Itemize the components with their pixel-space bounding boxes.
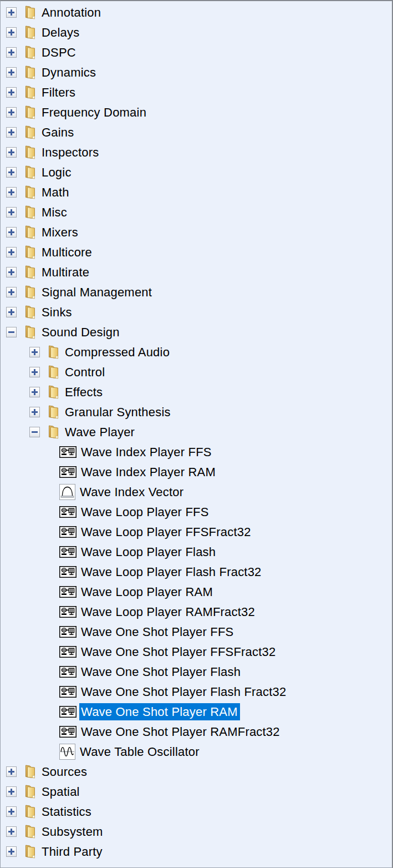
tree-item-folder[interactable]: Dynamics [1, 62, 392, 82]
folder-icon [47, 425, 59, 439]
vector-window-icon [59, 484, 75, 500]
tree-item-folder[interactable]: Wave Player [1, 422, 392, 442]
wave-player-module-icon [59, 626, 76, 638]
tree-item-folder[interactable]: Multicore [1, 242, 392, 262]
plus-box-icon[interactable] [6, 267, 17, 277]
tree-item-folder[interactable]: Signal Management [1, 282, 392, 302]
folder-icon [24, 824, 36, 839]
tree-item-folder[interactable]: Mixers [1, 222, 392, 242]
indent-spacer [1, 52, 6, 53]
plus-box-icon[interactable] [6, 127, 17, 138]
folder-icon [24, 804, 36, 819]
tree-item-label: Wave Index Player FFS [81, 443, 212, 461]
tree-item-module[interactable]: Wave One Shot Player RAMFract32 [1, 721, 392, 741]
plus-box-icon[interactable] [29, 387, 40, 397]
tree-item-folder[interactable]: Delays [1, 22, 392, 42]
plus-box-icon[interactable] [6, 207, 17, 218]
indent-spacer [1, 192, 6, 193]
tree-item-folder[interactable]: Annotation [1, 2, 392, 22]
plus-box-icon[interactable] [6, 27, 17, 38]
tree-item-module[interactable]: Wave Loop Player FFSFract32 [1, 522, 392, 542]
tree-item-folder[interactable]: Misc [1, 202, 392, 222]
plus-box-icon[interactable] [6, 67, 17, 78]
wave-player-module-icon [59, 506, 76, 518]
plus-box-icon[interactable] [6, 227, 17, 238]
indent-spacer [1, 412, 29, 412]
tree-item-module[interactable]: Wave Loop Player Flash Fract32 [1, 562, 392, 582]
plus-box-icon[interactable] [6, 846, 17, 857]
tree-item-folder[interactable]: Statistics [1, 801, 392, 821]
tree-item-label: Granular Synthesis [65, 403, 171, 421]
plus-box-icon[interactable] [6, 167, 17, 178]
tree-item-module[interactable]: Wave Loop Player FFS [1, 502, 392, 522]
plus-box-icon[interactable] [29, 367, 40, 377]
tree-item-label: Wave Loop Player FFS [81, 503, 209, 521]
tree-item-folder[interactable]: Filters [1, 82, 392, 102]
tree-item-folder[interactable]: Sound Design [1, 322, 392, 342]
plus-box-icon[interactable] [6, 307, 17, 317]
indent-spacer [1, 152, 6, 153]
wave-player-module-icon [59, 646, 76, 658]
folder-icon [24, 65, 36, 79]
tree-item-label: Wave Loop Player Flash [81, 543, 216, 561]
tree-item-folder[interactable]: Sources [1, 761, 392, 781]
indent-spacer [1, 672, 59, 672]
plus-box-icon[interactable] [6, 247, 17, 258]
tree-item-folder[interactable]: Third Party [1, 841, 392, 861]
tree-item-module[interactable]: Wave Loop Player RAM [1, 582, 392, 602]
tree-item-module[interactable]: Wave Index Vector [1, 482, 392, 502]
tree-item-folder[interactable]: Math [1, 182, 392, 202]
tree-item-module[interactable]: Wave Index Player RAM [1, 462, 392, 482]
tree-item-folder[interactable]: Gains [1, 122, 392, 142]
tree-item-module[interactable]: Wave Loop Player RAMFract32 [1, 602, 392, 622]
tree-item-label: Wave Loop Player FFSFract32 [81, 523, 251, 541]
plus-box-icon[interactable] [6, 287, 17, 297]
tree-item-folder[interactable]: Logic [1, 162, 392, 182]
tree-item-module[interactable]: Wave One Shot Player RAM [1, 702, 392, 721]
wave-player-module-icon [59, 686, 76, 698]
tree-item-label-selected: Wave One Shot Player RAM [79, 703, 240, 720]
plus-box-icon[interactable] [6, 87, 17, 98]
plus-box-icon[interactable] [6, 47, 17, 58]
plus-box-icon[interactable] [6, 7, 17, 18]
tree-item-label: Sound Design [42, 324, 120, 341]
plus-box-icon[interactable] [6, 147, 17, 158]
minus-box-icon[interactable] [29, 427, 40, 437]
plus-box-icon[interactable] [6, 107, 17, 118]
tree-item-module[interactable]: Wave One Shot Player Flash [1, 662, 392, 682]
plus-box-icon[interactable] [6, 766, 17, 777]
plus-box-icon[interactable] [6, 826, 17, 837]
wave-player-module-icon [59, 566, 76, 578]
tree-item-folder[interactable]: Frequency Domain [1, 102, 392, 122]
indent-spacer [1, 552, 59, 552]
plus-box-icon[interactable] [29, 347, 40, 357]
tree-item-module[interactable]: Wave Loop Player Flash [1, 542, 392, 562]
tree-item-folder[interactable]: Subsystem [1, 821, 392, 841]
tree-item-folder[interactable]: Sinks [1, 302, 392, 322]
minus-box-icon[interactable] [6, 327, 17, 337]
tree-item-folder[interactable]: Granular Synthesis [1, 402, 392, 422]
tree-item-folder[interactable]: DSPC [1, 42, 392, 62]
tree-item-folder[interactable]: Control [1, 362, 392, 382]
tree-item-label: Third Party [42, 843, 103, 860]
plus-box-icon[interactable] [29, 407, 40, 417]
tree-item-module[interactable]: Wave One Shot Player FFSFract32 [1, 642, 392, 662]
tree-item-module[interactable]: Wave Index Player FFS [1, 442, 392, 462]
plus-box-icon[interactable] [6, 786, 17, 797]
tree-item-folder[interactable]: Spatial [1, 781, 392, 801]
tree-item-folder[interactable]: Effects [1, 382, 392, 402]
indent-spacer [1, 532, 59, 532]
tree-item-module[interactable]: Wave One Shot Player FFS [1, 622, 392, 642]
indent-spacer [1, 452, 59, 452]
tree-item-folder[interactable]: Multirate [1, 262, 392, 282]
tree-item-folder[interactable]: Compressed Audio [1, 342, 392, 362]
tree-item-module[interactable]: Wave Table Oscillator [1, 741, 392, 761]
folder-icon [24, 325, 36, 339]
tree-item-module[interactable]: Wave One Shot Player Flash Fract32 [1, 682, 392, 702]
plus-box-icon[interactable] [6, 806, 17, 817]
folder-icon [24, 105, 36, 119]
tree-item-folder[interactable]: Inspectors [1, 142, 392, 162]
indent-spacer [1, 132, 6, 133]
plus-box-icon[interactable] [6, 187, 17, 198]
indent-spacer [1, 731, 59, 732]
